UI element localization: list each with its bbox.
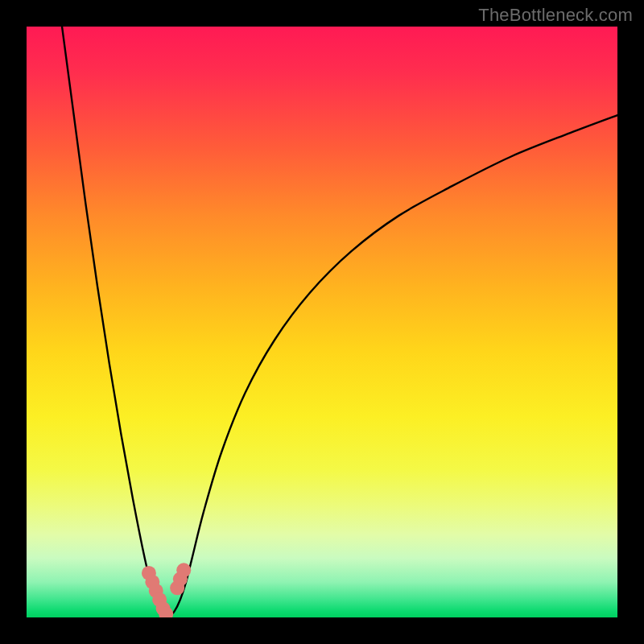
data-marker — [176, 563, 191, 577]
curve-layer — [27, 27, 617, 617]
plot-area — [27, 27, 617, 617]
watermark-text: TheBottleneck.com — [478, 5, 633, 26]
curve-left-branch — [62, 27, 168, 617]
curve-right-branch — [168, 115, 617, 617]
chart-frame: TheBottleneck.com — [0, 0, 644, 644]
